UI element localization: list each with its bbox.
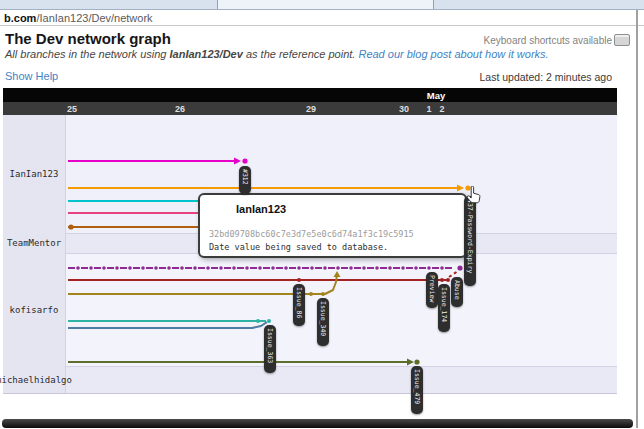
commit-tag-issue_340[interactable]: Issue_340 bbox=[317, 298, 329, 346]
repo-reference: IanIan123/Dev bbox=[169, 48, 242, 60]
page-title: The Dev network graph bbox=[5, 30, 171, 47]
date-bar: 2526293012 bbox=[3, 102, 617, 115]
row-band-michaelhidalgo bbox=[3, 366, 617, 393]
tooltip-commit-hash: 32bd09708bc60c7e3d7e5e0c6d74a1f3c19c5915 bbox=[209, 229, 414, 239]
last-updated-text: Last updated: 2 minutes ago bbox=[479, 71, 612, 83]
commit-tag-abuse[interactable]: Abuse bbox=[451, 277, 463, 307]
tooltip-commit-message: Date value being saved to database. bbox=[209, 242, 388, 252]
commit-tag-preview[interactable]: Preview bbox=[426, 272, 438, 308]
keyboard-shortcuts-note: Keyboard shortcuts available bbox=[484, 35, 612, 46]
timeline-month-label: May bbox=[427, 90, 445, 101]
url-host: b.com bbox=[4, 12, 36, 24]
window-border bbox=[636, 10, 638, 428]
browser-tab-left[interactable] bbox=[0, 0, 217, 9]
timeline-tick: 26 bbox=[175, 104, 185, 114]
tooltip-author: IanIan123 bbox=[236, 203, 286, 215]
page-subtitle: All branches in the network using IanIan… bbox=[5, 48, 549, 60]
hand-cursor-icon bbox=[466, 186, 482, 204]
browser-tab-right[interactable] bbox=[434, 0, 644, 9]
commit-tag-#312[interactable]: #312 bbox=[239, 166, 251, 194]
browser-tab-strip bbox=[0, 0, 644, 10]
row-band-kofisarfo bbox=[3, 253, 617, 366]
commit-tag-issue_174[interactable]: Issue_174 bbox=[438, 284, 450, 332]
timeline-tick: 30 bbox=[399, 104, 409, 114]
commit-tag-issue_363[interactable]: Issue_363 bbox=[264, 325, 276, 373]
keyboard-icon bbox=[614, 34, 630, 46]
user-label-ianian123[interactable]: IanIan123 bbox=[3, 115, 66, 233]
network-minimap-bar[interactable] bbox=[2, 419, 633, 428]
month-bar: May bbox=[3, 88, 617, 102]
blog-post-link[interactable]: Read our blog post about how it works. bbox=[358, 48, 548, 60]
user-label-kofisarfo[interactable]: kofisarfo bbox=[3, 253, 66, 366]
commit-tag-issue_86[interactable]: Issue_86 bbox=[293, 284, 305, 326]
timeline-tick: 1 bbox=[426, 104, 431, 114]
url-path: /IanIan123/Dev/network bbox=[36, 12, 152, 24]
screenshot-stage: b.com/IanIan123/Dev/network The Dev netw… bbox=[0, 0, 644, 429]
commit-tag-issue_479[interactable]: Issue_479 bbox=[411, 366, 423, 414]
user-label-michaelhidalgo[interactable]: michaelhidalgo bbox=[3, 366, 66, 393]
user-label-teammentor[interactable]: TeamMentor bbox=[3, 233, 66, 253]
timeline-tick: 29 bbox=[306, 104, 316, 114]
show-help-link[interactable]: Show Help bbox=[5, 70, 58, 82]
timeline-tick: 25 bbox=[67, 104, 77, 114]
commit-tooltip: IanIan123 32bd09708bc60c7e3d7e5e0c6d74a1… bbox=[198, 193, 467, 258]
timeline-tick: 2 bbox=[439, 104, 444, 114]
browser-tab-active[interactable] bbox=[218, 0, 433, 9]
commit-tag-437-password-expiry[interactable]: 437-Password-Expiry bbox=[464, 196, 476, 286]
url-bar[interactable]: b.com/IanIan123/Dev/network bbox=[0, 10, 644, 26]
